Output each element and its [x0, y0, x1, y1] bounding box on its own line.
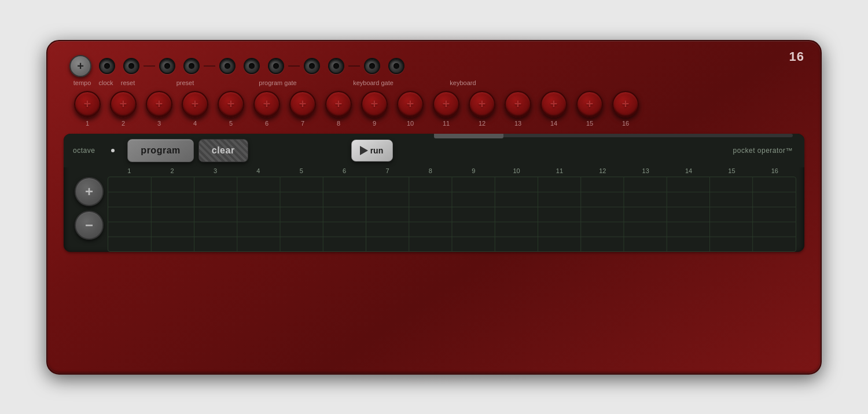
knob-13-container: 13	[500, 91, 536, 127]
grid-num-8: 8	[409, 167, 452, 174]
knob-8-container: 8	[321, 91, 356, 127]
keyboard-jack-circle-1	[364, 58, 380, 74]
tempo-jack[interactable]	[69, 55, 91, 77]
program-gate-label: program gate	[231, 79, 324, 86]
keyboard-label: keyboard	[434, 79, 492, 86]
preset-jack-2[interactable]	[182, 56, 201, 76]
clock-jack[interactable]	[97, 56, 117, 76]
knob-6-label: 6	[265, 120, 269, 127]
program-gate-jack-1[interactable]	[218, 56, 237, 76]
grid-num-10: 10	[495, 167, 538, 174]
knob-3-container: 3	[141, 91, 177, 127]
device-body: 16	[46, 40, 822, 375]
reset-jack-circle	[123, 58, 139, 74]
grid-num-9: 9	[452, 167, 495, 174]
knob-2[interactable]	[110, 91, 137, 118]
program-gate-jack-circle-2	[244, 58, 260, 74]
progress-track[interactable]	[434, 134, 793, 137]
knob-5[interactable]	[218, 91, 244, 118]
program-gate-jack-circle-1	[219, 58, 236, 74]
knob-row: 1 2 3 4 5	[64, 91, 804, 127]
grid-num-12: 12	[581, 167, 624, 174]
knob-6-container: 6	[249, 91, 285, 127]
knob-14[interactable]	[540, 91, 567, 118]
grid-num-2: 2	[150, 167, 193, 174]
tempo-label: tempo	[69, 79, 95, 86]
sequencer-grid[interactable]	[108, 177, 796, 252]
grid-num-11: 11	[538, 167, 581, 174]
knob-9-label: 9	[373, 120, 376, 127]
bottom-section: octave program clear run pocket operator…	[64, 134, 804, 252]
keyboard-gate-jack-1[interactable]	[302, 56, 322, 76]
octave-up-button[interactable]: +	[75, 177, 104, 206]
knob-12-container: 12	[464, 91, 500, 127]
dot-indicator	[111, 149, 115, 152]
grid-number-row: 1 2 3 4 5 6 7 8 9 10 11 12 13 14	[108, 167, 796, 177]
knob-5-container: 5	[213, 91, 249, 127]
knob-10-container: 10	[392, 91, 428, 127]
knob-9[interactable]	[361, 91, 388, 118]
program-gate-jack-3[interactable]	[266, 56, 286, 76]
keyboard-jack-1[interactable]	[362, 56, 382, 76]
knob-16-container: 16	[608, 91, 643, 127]
reset-jack[interactable]	[122, 56, 141, 76]
knob-12[interactable]	[469, 91, 495, 118]
play-icon	[360, 146, 368, 155]
preset-jack-1[interactable]	[157, 56, 177, 76]
knob-14-label: 14	[550, 120, 557, 127]
top-section: tempo clock reset preset program gate ke…	[64, 52, 804, 127]
knob-11-label: 11	[443, 120, 450, 127]
progress-thumb[interactable]	[434, 134, 503, 138]
grid-body: + − 1 2 3 4 5 6 7 8 9	[64, 167, 804, 252]
clear-button[interactable]: clear	[198, 139, 248, 162]
knob-5-label: 5	[229, 120, 233, 127]
knob-4-container: 4	[177, 91, 213, 127]
brand-text: pocket operator™	[733, 146, 793, 155]
knob-1[interactable]	[74, 91, 101, 118]
octave-down-button[interactable]: −	[75, 211, 104, 240]
program-gate-jack-circle-3	[268, 58, 284, 74]
knob-1-container: 1	[69, 91, 105, 127]
knob-10-label: 10	[407, 120, 414, 127]
preset-jack-circle-2	[183, 58, 200, 74]
keyboard-gate-jack-circle-2	[328, 58, 344, 74]
run-label: run	[370, 146, 384, 155]
reset-label: reset	[117, 79, 139, 86]
knob-8[interactable]	[325, 91, 352, 118]
knob-11-container: 11	[428, 91, 464, 127]
knob-6[interactable]	[253, 91, 280, 118]
knob-1-label: 1	[86, 120, 89, 127]
grid-num-3: 3	[194, 167, 237, 174]
connector-2	[204, 65, 215, 67]
keyboard-jack-2[interactable]	[387, 56, 406, 76]
knob-12-label: 12	[479, 120, 486, 127]
knob-10[interactable]	[397, 91, 424, 118]
knob-11[interactable]	[433, 91, 459, 118]
knob-13[interactable]	[505, 91, 531, 118]
grid-num-13: 13	[624, 167, 667, 174]
grid-section: 1 2 3 4 5 6 7 8 9 10 11 12 13 14	[108, 167, 804, 252]
keyboard-gate-jack-2[interactable]	[326, 56, 346, 76]
knob-7-label: 7	[301, 120, 304, 127]
grid-num-4: 4	[237, 167, 279, 174]
knob-8-label: 8	[337, 120, 340, 127]
octave-label: octave	[73, 146, 95, 155]
knob-4-label: 4	[193, 120, 197, 127]
grid-num-7: 7	[366, 167, 409, 174]
knob-15[interactable]	[576, 91, 603, 118]
keyboard-gate-label: keyboard gate	[336, 79, 411, 86]
device-wrapper: 16	[35, 28, 833, 387]
clock-label: clock	[95, 79, 117, 86]
knob-3[interactable]	[146, 91, 172, 118]
knob-14-container: 14	[536, 91, 572, 127]
knob-7-container: 7	[285, 91, 321, 127]
connector-3	[288, 65, 300, 67]
jack-row	[64, 52, 804, 77]
knob-4[interactable]	[182, 91, 208, 118]
program-button[interactable]: program	[127, 139, 193, 162]
knob-16[interactable]	[612, 91, 639, 118]
run-button[interactable]: run	[351, 140, 393, 162]
knob-7[interactable]	[289, 91, 316, 118]
grid-num-5: 5	[280, 167, 323, 174]
program-gate-jack-2[interactable]	[242, 56, 262, 76]
